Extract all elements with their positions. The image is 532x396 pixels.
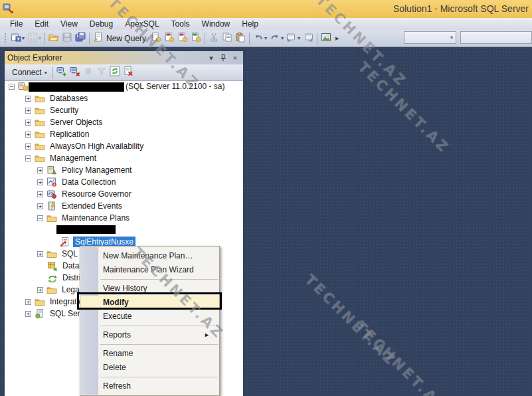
menu-item-label: Modify [103,298,129,307]
expand-icon[interactable]: + [25,299,31,305]
context-menu-item-reports[interactable]: Reports► [80,328,219,342]
menubar-item-edit[interactable]: Edit [29,19,54,29]
mdx-query-button[interactable] [163,31,176,46]
expand-icon[interactable]: + [25,311,31,317]
database-mail-icon [47,260,58,271]
folder-icon [35,129,45,140]
menubar-item-debug[interactable]: Debug [84,19,119,29]
redaction-box [56,225,116,234]
expand-icon[interactable]: + [37,287,43,293]
expand-icon[interactable]: + [37,251,43,257]
collapse-icon[interactable]: − [9,84,15,90]
save-button[interactable] [60,31,74,46]
auto-hide-pin-button[interactable] [218,53,228,62]
stop-button[interactable] [82,65,95,80]
context-menu-item-rename[interactable]: Rename [80,347,219,361]
tree-row-resource-governor[interactable]: +Resource Governor [5,188,243,200]
tree-row-redacted[interactable] [5,224,243,236]
menubar-item-file[interactable]: File [4,19,29,29]
connect-object-explorer-button[interactable] [55,65,68,80]
tree-row-replication[interactable]: +Replication [5,128,243,140]
toolbar-combobox-2[interactable] [460,31,532,44]
tree-item-label: Extended Events [60,201,124,211]
menu-separator [100,344,218,345]
error-logs-button[interactable] [122,65,135,80]
navigate-backward-button[interactable]: ▾ [285,31,302,46]
tree-item-label: Policy Management [60,165,133,175]
context-menu-item-modify[interactable]: Modify [80,296,219,310]
copy-button[interactable] [221,31,234,46]
expand-icon[interactable]: + [25,120,31,126]
object-explorer-header: Object Explorer ▾ × [5,51,243,64]
tree-row-server-objects[interactable]: +Server Objects [5,116,243,128]
menubar-item-view[interactable]: View [54,19,84,29]
context-menu-item-refresh[interactable]: Refresh [80,379,219,393]
window-position-button[interactable]: ▾ [206,53,217,62]
expand-icon[interactable]: + [37,167,43,173]
refresh-button[interactable] [108,65,122,80]
menubar-item-window[interactable]: Window [196,19,236,29]
tree-row-extended-events[interactable]: +Extended Events [5,200,243,212]
navigate-forward-button[interactable] [302,31,315,46]
expand-icon[interactable]: + [25,144,31,149]
expand-icon[interactable]: + [25,132,31,138]
main-toolbar: ▾▾New Query▾▾▾▸▾ [0,30,532,47]
context-menu: New Maintenance Plan…Maintenance Plan Wi… [80,246,220,396]
expand-icon[interactable]: + [37,191,43,197]
server-icon [18,81,29,92]
context-menu-item-view-history[interactable]: View History [80,282,219,296]
chevron-down-icon: ▾ [44,70,47,76]
collapse-icon[interactable]: − [37,215,43,221]
tree-row-security[interactable]: +Security [5,104,243,116]
folder-icon [35,296,45,307]
tree-row-data-collection[interactable]: +Data Collection [5,176,243,188]
toolbar-separator [205,33,205,45]
tree-row-management[interactable]: −Management [5,152,243,164]
database-engine-query-button[interactable] [149,31,163,46]
expand-icon[interactable]: + [25,108,31,114]
toolbar-overflow-button[interactable]: ▸ [335,34,339,43]
menu-item-label: Refresh [103,381,131,391]
menubar-item-tools[interactable]: Tools [165,19,196,29]
tree-item-label: Databases [48,93,90,104]
open-file-button[interactable] [47,31,60,46]
context-menu-item-maintenance-plan-wizard[interactable]: Maintenance Plan Wizard [80,263,219,277]
redo-button[interactable]: ▾ [268,31,285,46]
toolbar-separator [52,66,53,78]
paste-button[interactable] [234,31,247,46]
expand-icon[interactable]: + [25,96,31,102]
close-button[interactable]: × [230,53,240,62]
activity-monitor-button[interactable] [319,31,333,46]
toolbar-combobox-1[interactable]: ▾ [404,31,456,44]
menu-bar: FileEditViewDebugApexSQLToolsWindowHelp [0,18,532,30]
connect-button[interactable]: Connect ▾ [9,66,50,78]
folder-icon [46,248,57,259]
tree-row-databases[interactable]: +Databases [5,92,243,104]
folder-icon [46,213,57,223]
tree-row-alwayson-high-availability[interactable]: +AlwaysOn High Availability [5,140,243,152]
save-all-button[interactable] [74,31,87,46]
toolbar-grip[interactable] [4,33,7,45]
context-menu-item-delete[interactable]: Delete [80,361,219,375]
menubar-item-apexsql[interactable]: ApexSQL [119,19,165,29]
tree-row-policy-management[interactable]: +Policy Management [5,164,243,176]
context-menu-item-execute[interactable]: Execute [80,310,219,324]
tree-row-maintenance-plans[interactable]: −Maintenance Plans [5,212,243,224]
new-project-button[interactable]: ▾ [9,31,26,46]
context-menu-item-new-maintenance-plan[interactable]: New Maintenance Plan… [80,249,219,263]
window-title: Solution1 - Microsoft SQL Server [393,3,529,14]
new-query-button[interactable]: New Query [92,31,149,46]
menu-item-label: View History [103,284,147,293]
connect-db-icon [56,66,67,79]
filter-button[interactable] [95,65,108,80]
disconnect-button[interactable] [68,65,82,80]
collapse-icon[interactable]: − [25,155,31,161]
xmla-query-button[interactable] [189,31,203,46]
expand-icon[interactable]: + [37,179,43,185]
expand-icon[interactable]: + [37,203,43,209]
dmx-query-button[interactable] [176,31,189,46]
undo-button[interactable]: ▾ [252,31,268,46]
cut-button[interactable] [207,31,221,46]
menubar-item-help[interactable]: Help [236,19,264,29]
add-item-button[interactable]: ▾ [26,31,43,46]
